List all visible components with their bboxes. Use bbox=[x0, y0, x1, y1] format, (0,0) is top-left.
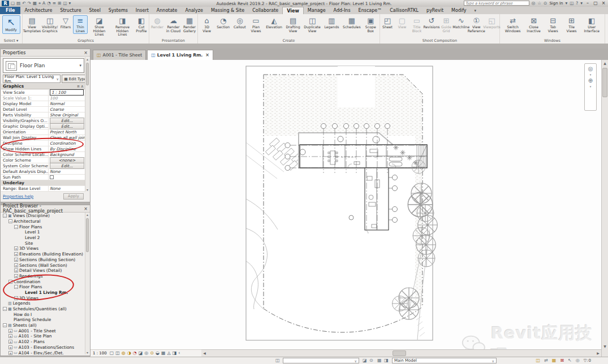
ribbon-button[interactable]: ↺ Revisions bbox=[424, 15, 439, 31]
quick-access-toolbar-icon[interactable]: ≡ bbox=[53, 1, 56, 6]
worksets-dropdown[interactable]: ∨ bbox=[283, 358, 359, 363]
view-tab[interactable]: ◫ A001 - Title Sheet bbox=[93, 50, 146, 60]
quick-access-toolbar-icon[interactable]: ⌖ bbox=[38, 1, 41, 6]
ribbon-button[interactable]: ◧ User Interface bbox=[583, 15, 601, 34]
ribbon-button[interactable]: ◭ Elevation bbox=[265, 15, 283, 31]
scrollbar-thumb[interactable] bbox=[602, 68, 607, 97]
tree-item[interactable]: + Sections (Building Section) bbox=[1, 257, 85, 263]
scroll-right-icon[interactable]: ▶ bbox=[595, 350, 601, 357]
ribbon-button[interactable]: ◔ Section bbox=[215, 15, 231, 31]
ribbon-tab[interactable]: Analyze bbox=[181, 7, 207, 14]
tree-item[interactable]: − ▦ Schedules/Quantities (all) bbox=[1, 306, 85, 312]
ribbon-button[interactable]: ⇄ Switch Windows bbox=[504, 15, 522, 34]
status-toggle-icon[interactable]: ◎ bbox=[576, 358, 580, 363]
property-value[interactable]: By Discipline bbox=[50, 146, 76, 151]
tree-item[interactable]: − ▤ Sheets (all) bbox=[1, 323, 85, 328]
property-value[interactable]: Coordination bbox=[50, 141, 76, 146]
tree-item[interactable]: Planting Schedule bbox=[1, 317, 85, 323]
revit-logo-icon[interactable]: R bbox=[2, 1, 9, 6]
view-control-icon[interactable]: ‹ bbox=[178, 350, 180, 357]
tree-item[interactable]: + Renderings bbox=[1, 274, 85, 279]
ribbon-button[interactable]: ① View Reference bbox=[469, 15, 484, 34]
tree-item[interactable]: − Coordination bbox=[1, 279, 85, 284]
ribbon-button[interactable]: ⊞ Guide Grid bbox=[439, 15, 454, 34]
view-control-icon[interactable]: ▦ bbox=[161, 350, 166, 357]
status-toggle-icon[interactable]: ⇄ bbox=[544, 358, 548, 363]
view-control-icon[interactable]: ▢ bbox=[110, 350, 114, 357]
titlebar-tool-icon[interactable]: ◎ bbox=[532, 1, 536, 6]
tree-expander-icon[interactable]: − bbox=[14, 225, 18, 229]
status-toggle-icon[interactable]: ◫ bbox=[536, 358, 541, 363]
tree-item[interactable]: + ▭ A103 - Elevations/Sections bbox=[1, 345, 85, 350]
tree-expander-icon[interactable]: + bbox=[14, 258, 18, 262]
titlebar-tool-icon[interactable]: ? bbox=[576, 1, 578, 6]
ribbon-button[interactable]: ◎ Callout bbox=[232, 15, 247, 31]
tree-expander-icon[interactable]: + bbox=[8, 345, 12, 349]
ribbon-button[interactable]: ▽ Filters bbox=[58, 15, 73, 31]
project-browser-title-bar[interactable]: Project Browser - RAC_basic_sample_proje… bbox=[1, 205, 90, 213]
ribbon-button[interactable]: ▦ Render Gallery bbox=[182, 15, 197, 34]
status-toggle-icon[interactable]: ▦ bbox=[552, 358, 557, 363]
sign-in-button[interactable]: Sign In bbox=[549, 1, 563, 6]
horizontal-scrollbar[interactable]: ◀ ▶ bbox=[201, 349, 601, 357]
ribbon-tab[interactable]: Insert bbox=[132, 7, 153, 14]
property-value[interactable]: Clean all wall joins bbox=[50, 135, 85, 140]
tree-item[interactable]: − Floor Plans bbox=[1, 284, 85, 290]
apply-button[interactable]: Apply bbox=[63, 193, 84, 200]
tree-expander-icon[interactable]: + bbox=[8, 340, 12, 344]
quick-access-toolbar-icon[interactable]: ▦ bbox=[33, 1, 37, 6]
design-options-dropdown[interactable]: Main Model ∨ bbox=[392, 358, 497, 363]
property-value[interactable]: Edit... bbox=[50, 123, 84, 129]
titlebar-tool-icon[interactable]: ◫ bbox=[570, 1, 573, 6]
titlebar-tool-icon[interactable]: ☆ bbox=[537, 1, 541, 6]
ribbon-button[interactable]: ▢ View bbox=[395, 15, 409, 31]
design-options-edit-icon[interactable]: ◨ bbox=[384, 358, 389, 363]
tree-expander-icon[interactable]: − bbox=[14, 285, 18, 289]
ribbon-tab[interactable]: View bbox=[282, 7, 304, 14]
ribbon-tab[interactable]: File bbox=[0, 7, 20, 14]
status-toggle-icon[interactable]: ↖ bbox=[568, 358, 572, 363]
tree-expander-icon[interactable]: + bbox=[14, 263, 18, 267]
tree-item[interactable]: + Sections (Wall Section) bbox=[1, 262, 85, 268]
ribbon-tab[interactable]: Architecture bbox=[20, 7, 56, 14]
tree-item[interactable]: + Elevations (Building Elevation) bbox=[1, 252, 85, 257]
view-control-icon[interactable]: ◬ bbox=[167, 350, 171, 357]
chevron-down-icon[interactable]: ▾ bbox=[590, 73, 592, 76]
property-value[interactable]: 1 : 100 bbox=[50, 89, 84, 96]
tree-expander-icon[interactable]: − bbox=[8, 280, 12, 284]
ribbon-tab[interactable]: Modify bbox=[447, 7, 471, 14]
quick-access-toolbar-icon[interactable]: ⊞ bbox=[58, 1, 61, 6]
close-icon[interactable]: × bbox=[84, 206, 88, 211]
drawing-area[interactable]: Revit应用技巧 ◎ ▾ ⊕ ▾ bbox=[90, 60, 601, 349]
ribbon-button[interactable]: ⊠ Close Inactive bbox=[525, 15, 542, 34]
ribbon-tab[interactable]: Structure bbox=[56, 7, 85, 14]
ribbon-button[interactable]: ▦ Schedules bbox=[342, 15, 362, 31]
property-value[interactable]: Background bbox=[50, 152, 74, 157]
tree-item[interactable]: Level 1 bbox=[1, 229, 85, 235]
tree-expander-icon[interactable]: − bbox=[3, 323, 7, 327]
property-value[interactable]: 100 bbox=[50, 96, 58, 101]
ribbon-button[interactable]: ⊟ Tab Views bbox=[546, 15, 560, 34]
scale-button[interactable]: 1 : 100 bbox=[93, 351, 107, 356]
property-value[interactable]: None bbox=[50, 169, 61, 174]
ribbon-tab[interactable]: Manage bbox=[304, 7, 330, 14]
browser-scrollbar[interactable]: ▴ ▾ bbox=[85, 213, 89, 354]
properties-scrollbar[interactable]: ▴ ▾ bbox=[85, 57, 89, 192]
tree-expander-icon[interactable]: + bbox=[14, 268, 18, 272]
view-control-icon[interactable]: ⊙ bbox=[150, 350, 154, 357]
tree-item[interactable]: + ▭ A101 - Site Plan bbox=[1, 333, 85, 339]
property-value[interactable]: Normal bbox=[50, 101, 64, 106]
floor-plan-drawing[interactable] bbox=[90, 60, 601, 349]
tree-expander-icon[interactable]: + bbox=[14, 252, 18, 256]
view-control-icon[interactable]: ◪ bbox=[139, 350, 143, 357]
instance-selector[interactable]: Floor Plan: Level 1 Living Rm. ∨ bbox=[3, 75, 61, 83]
graphics-section-header[interactable]: Graphics ¤ ∧ bbox=[1, 84, 85, 89]
tree-item[interactable]: + ▭ A104 - Elev./Sec./Det. bbox=[1, 350, 85, 356]
ribbon-tab[interactable]: pyRevit bbox=[422, 7, 447, 14]
ribbon-button[interactable]: ◰ Sheet bbox=[380, 15, 395, 31]
view-control-icon[interactable]: ◑ bbox=[127, 350, 131, 357]
gray-inactive-worksets-icon[interactable]: ◪ bbox=[363, 358, 367, 363]
tree-expander-icon[interactable]: + bbox=[14, 296, 18, 300]
editable-only-icon[interactable]: ⊙ bbox=[369, 358, 373, 363]
quick-access-toolbar-icon[interactable]: ▢ bbox=[11, 1, 15, 6]
